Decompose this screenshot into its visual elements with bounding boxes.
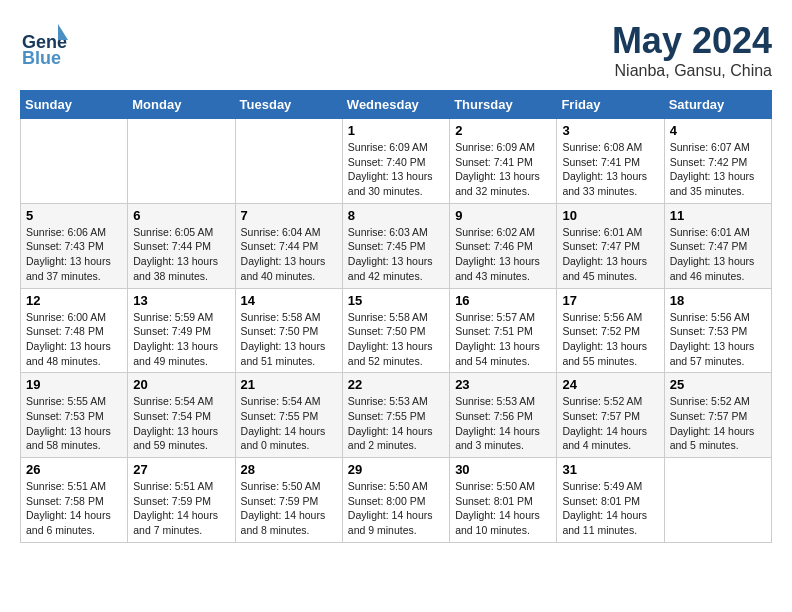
calendar-cell: 3Sunrise: 6:08 AM Sunset: 7:41 PM Daylig… xyxy=(557,119,664,204)
day-info: Sunrise: 6:00 AM Sunset: 7:48 PM Dayligh… xyxy=(26,310,122,369)
calendar-week-row: 1Sunrise: 6:09 AM Sunset: 7:40 PM Daylig… xyxy=(21,119,772,204)
day-info: Sunrise: 5:57 AM Sunset: 7:51 PM Dayligh… xyxy=(455,310,551,369)
weekday-header: Thursday xyxy=(450,91,557,119)
day-info: Sunrise: 6:02 AM Sunset: 7:46 PM Dayligh… xyxy=(455,225,551,284)
day-number: 18 xyxy=(670,293,766,308)
calendar-week-row: 5Sunrise: 6:06 AM Sunset: 7:43 PM Daylig… xyxy=(21,203,772,288)
day-info: Sunrise: 6:09 AM Sunset: 7:41 PM Dayligh… xyxy=(455,140,551,199)
day-info: Sunrise: 5:54 AM Sunset: 7:54 PM Dayligh… xyxy=(133,394,229,453)
calendar-cell: 18Sunrise: 5:56 AM Sunset: 7:53 PM Dayli… xyxy=(664,288,771,373)
day-info: Sunrise: 5:51 AM Sunset: 7:59 PM Dayligh… xyxy=(133,479,229,538)
day-number: 7 xyxy=(241,208,337,223)
day-number: 9 xyxy=(455,208,551,223)
day-info: Sunrise: 6:05 AM Sunset: 7:44 PM Dayligh… xyxy=(133,225,229,284)
day-info: Sunrise: 6:04 AM Sunset: 7:44 PM Dayligh… xyxy=(241,225,337,284)
day-number: 11 xyxy=(670,208,766,223)
day-number: 28 xyxy=(241,462,337,477)
calendar-cell xyxy=(664,458,771,543)
day-info: Sunrise: 6:07 AM Sunset: 7:42 PM Dayligh… xyxy=(670,140,766,199)
calendar-cell: 16Sunrise: 5:57 AM Sunset: 7:51 PM Dayli… xyxy=(450,288,557,373)
day-info: Sunrise: 5:53 AM Sunset: 7:56 PM Dayligh… xyxy=(455,394,551,453)
day-info: Sunrise: 5:55 AM Sunset: 7:53 PM Dayligh… xyxy=(26,394,122,453)
calendar-cell: 15Sunrise: 5:58 AM Sunset: 7:50 PM Dayli… xyxy=(342,288,449,373)
day-number: 10 xyxy=(562,208,658,223)
day-number: 20 xyxy=(133,377,229,392)
calendar-cell: 8Sunrise: 6:03 AM Sunset: 7:45 PM Daylig… xyxy=(342,203,449,288)
weekday-header: Sunday xyxy=(21,91,128,119)
calendar-cell: 13Sunrise: 5:59 AM Sunset: 7:49 PM Dayli… xyxy=(128,288,235,373)
day-number: 23 xyxy=(455,377,551,392)
day-info: Sunrise: 5:50 AM Sunset: 7:59 PM Dayligh… xyxy=(241,479,337,538)
calendar-cell: 24Sunrise: 5:52 AM Sunset: 7:57 PM Dayli… xyxy=(557,373,664,458)
day-info: Sunrise: 5:58 AM Sunset: 7:50 PM Dayligh… xyxy=(241,310,337,369)
calendar-week-row: 26Sunrise: 5:51 AM Sunset: 7:58 PM Dayli… xyxy=(21,458,772,543)
calendar-cell: 20Sunrise: 5:54 AM Sunset: 7:54 PM Dayli… xyxy=(128,373,235,458)
calendar-cell: 22Sunrise: 5:53 AM Sunset: 7:55 PM Dayli… xyxy=(342,373,449,458)
day-number: 5 xyxy=(26,208,122,223)
location: Nianba, Gansu, China xyxy=(612,62,772,80)
weekday-header: Tuesday xyxy=(235,91,342,119)
weekday-header: Friday xyxy=(557,91,664,119)
calendar-cell: 27Sunrise: 5:51 AM Sunset: 7:59 PM Dayli… xyxy=(128,458,235,543)
day-info: Sunrise: 5:52 AM Sunset: 7:57 PM Dayligh… xyxy=(670,394,766,453)
weekday-header: Monday xyxy=(128,91,235,119)
logo: General Blue xyxy=(20,20,68,68)
day-number: 1 xyxy=(348,123,444,138)
day-info: Sunrise: 5:56 AM Sunset: 7:53 PM Dayligh… xyxy=(670,310,766,369)
calendar-cell: 14Sunrise: 5:58 AM Sunset: 7:50 PM Dayli… xyxy=(235,288,342,373)
calendar-cell: 10Sunrise: 6:01 AM Sunset: 7:47 PM Dayli… xyxy=(557,203,664,288)
day-info: Sunrise: 5:50 AM Sunset: 8:00 PM Dayligh… xyxy=(348,479,444,538)
day-number: 31 xyxy=(562,462,658,477)
day-info: Sunrise: 5:59 AM Sunset: 7:49 PM Dayligh… xyxy=(133,310,229,369)
weekday-header: Saturday xyxy=(664,91,771,119)
day-info: Sunrise: 5:56 AM Sunset: 7:52 PM Dayligh… xyxy=(562,310,658,369)
day-info: Sunrise: 5:58 AM Sunset: 7:50 PM Dayligh… xyxy=(348,310,444,369)
day-number: 24 xyxy=(562,377,658,392)
calendar-cell: 4Sunrise: 6:07 AM Sunset: 7:42 PM Daylig… xyxy=(664,119,771,204)
day-info: Sunrise: 5:54 AM Sunset: 7:55 PM Dayligh… xyxy=(241,394,337,453)
calendar-cell: 26Sunrise: 5:51 AM Sunset: 7:58 PM Dayli… xyxy=(21,458,128,543)
day-info: Sunrise: 6:03 AM Sunset: 7:45 PM Dayligh… xyxy=(348,225,444,284)
day-number: 30 xyxy=(455,462,551,477)
calendar-cell: 30Sunrise: 5:50 AM Sunset: 8:01 PM Dayli… xyxy=(450,458,557,543)
calendar-cell: 6Sunrise: 6:05 AM Sunset: 7:44 PM Daylig… xyxy=(128,203,235,288)
day-number: 17 xyxy=(562,293,658,308)
title-block: May 2024 Nianba, Gansu, China xyxy=(612,20,772,80)
calendar-cell: 28Sunrise: 5:50 AM Sunset: 7:59 PM Dayli… xyxy=(235,458,342,543)
calendar-cell: 25Sunrise: 5:52 AM Sunset: 7:57 PM Dayli… xyxy=(664,373,771,458)
calendar-week-row: 12Sunrise: 6:00 AM Sunset: 7:48 PM Dayli… xyxy=(21,288,772,373)
day-info: Sunrise: 5:51 AM Sunset: 7:58 PM Dayligh… xyxy=(26,479,122,538)
calendar-cell xyxy=(128,119,235,204)
logo-icon: General Blue xyxy=(20,20,68,68)
day-number: 29 xyxy=(348,462,444,477)
calendar-week-row: 19Sunrise: 5:55 AM Sunset: 7:53 PM Dayli… xyxy=(21,373,772,458)
calendar-cell: 12Sunrise: 6:00 AM Sunset: 7:48 PM Dayli… xyxy=(21,288,128,373)
calendar-cell: 1Sunrise: 6:09 AM Sunset: 7:40 PM Daylig… xyxy=(342,119,449,204)
calendar-cell: 19Sunrise: 5:55 AM Sunset: 7:53 PM Dayli… xyxy=(21,373,128,458)
calendar-cell: 17Sunrise: 5:56 AM Sunset: 7:52 PM Dayli… xyxy=(557,288,664,373)
calendar-cell: 2Sunrise: 6:09 AM Sunset: 7:41 PM Daylig… xyxy=(450,119,557,204)
day-number: 3 xyxy=(562,123,658,138)
calendar-cell xyxy=(21,119,128,204)
day-number: 6 xyxy=(133,208,229,223)
calendar-cell: 29Sunrise: 5:50 AM Sunset: 8:00 PM Dayli… xyxy=(342,458,449,543)
day-number: 14 xyxy=(241,293,337,308)
calendar-cell: 11Sunrise: 6:01 AM Sunset: 7:47 PM Dayli… xyxy=(664,203,771,288)
calendar-header-row: SundayMondayTuesdayWednesdayThursdayFrid… xyxy=(21,91,772,119)
calendar-cell: 21Sunrise: 5:54 AM Sunset: 7:55 PM Dayli… xyxy=(235,373,342,458)
svg-text:Blue: Blue xyxy=(22,48,61,68)
day-number: 15 xyxy=(348,293,444,308)
page-header: General Blue May 2024 Nianba, Gansu, Chi… xyxy=(20,20,772,80)
day-info: Sunrise: 5:50 AM Sunset: 8:01 PM Dayligh… xyxy=(455,479,551,538)
day-number: 8 xyxy=(348,208,444,223)
day-info: Sunrise: 6:09 AM Sunset: 7:40 PM Dayligh… xyxy=(348,140,444,199)
day-info: Sunrise: 6:06 AM Sunset: 7:43 PM Dayligh… xyxy=(26,225,122,284)
calendar-table: SundayMondayTuesdayWednesdayThursdayFrid… xyxy=(20,90,772,543)
day-number: 19 xyxy=(26,377,122,392)
day-number: 27 xyxy=(133,462,229,477)
day-number: 12 xyxy=(26,293,122,308)
day-number: 22 xyxy=(348,377,444,392)
day-number: 21 xyxy=(241,377,337,392)
day-info: Sunrise: 6:01 AM Sunset: 7:47 PM Dayligh… xyxy=(670,225,766,284)
calendar-cell: 31Sunrise: 5:49 AM Sunset: 8:01 PM Dayli… xyxy=(557,458,664,543)
